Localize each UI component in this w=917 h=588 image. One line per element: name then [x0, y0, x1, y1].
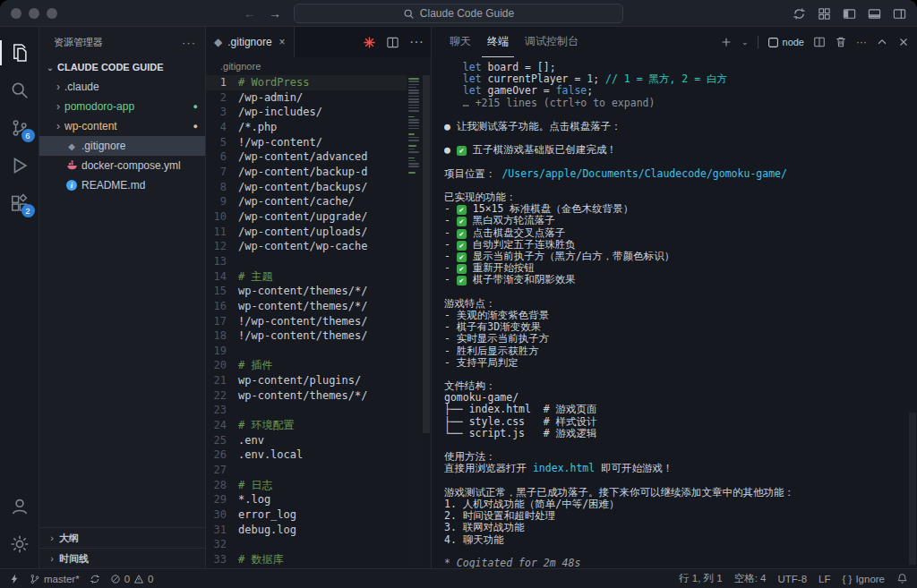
code-area[interactable]: 1# WordPress2/wp-admin/3/wp-includes/4/*…	[206, 75, 407, 568]
line-number: 26	[206, 447, 238, 463]
code-line: 27	[206, 463, 407, 478]
code-line: 30error_log	[206, 507, 407, 523]
line-number: 2	[206, 90, 238, 106]
editor-scrollbar[interactable]	[422, 75, 431, 568]
cursor-position[interactable]: 行 1, 列 1	[679, 572, 723, 585]
terminal-line: - ✔ 点击棋盘交叉点落子	[444, 227, 908, 239]
workspace-root[interactable]: ⌄ CLAUDE CODE GUIDE	[39, 57, 205, 77]
line-number: 4	[206, 120, 238, 135]
maximize-panel-icon[interactable]	[876, 36, 888, 48]
code-line: 4/*.php	[206, 120, 407, 135]
toggle-secondary-sidebar-icon[interactable]	[893, 7, 906, 21]
line-number: 19	[206, 344, 238, 359]
source-control-badge: 6	[21, 129, 35, 142]
grid-layout-icon[interactable]	[818, 7, 831, 21]
tree-item-pomodoro-app[interactable]: ›pomodoro-app●	[39, 97, 205, 116]
notifications-bell-icon[interactable]	[896, 573, 908, 584]
terminal-line: - ✔ 15×15 标准棋盘（金色木纹背景）	[444, 203, 908, 215]
line-number: 12	[206, 239, 238, 254]
terminal-line: - ✔ 棋子带渐变和阴影效果	[444, 274, 908, 285]
breadcrumb-item[interactable]: .gitignore	[220, 61, 261, 72]
terminal-dropdown-icon[interactable]: ⌄	[741, 38, 749, 47]
navigate-forward-icon[interactable]: →	[269, 6, 281, 21]
breadcrumb[interactable]: .gitignore	[206, 57, 431, 75]
editor-more-icon[interactable]: ···	[409, 34, 424, 50]
terminal-line: 使用方法：	[444, 451, 908, 463]
red-asterisk-icon[interactable]	[363, 36, 376, 49]
split-editor-icon[interactable]	[386, 36, 399, 49]
code-line: 15wp-content/themes/*/	[206, 284, 407, 299]
code-line: 6/wp-content/advanced	[206, 149, 407, 165]
language-mode[interactable]: { } Ignore	[843, 574, 886, 584]
zoom-window-button[interactable]	[47, 8, 57, 19]
close-panel-icon[interactable]	[897, 36, 910, 48]
extensions-icon[interactable]: 2	[0, 184, 39, 222]
file-tree: ›.claude›pomodoro-app●›wp-content●◆.giti…	[39, 77, 205, 195]
new-terminal-icon[interactable]	[720, 36, 733, 48]
terminal-instance[interactable]: node	[767, 37, 804, 48]
refresh-icon[interactable]	[793, 7, 806, 21]
minimap[interactable]	[407, 75, 422, 568]
terminal-line: - ✔ 自动判定五子连珠胜负	[444, 239, 908, 251]
toggle-panel-icon[interactable]	[868, 7, 881, 21]
tree-item-.claude[interactable]: ›.claude	[39, 77, 205, 97]
panel-tab-1[interactable]: 终端	[482, 27, 514, 57]
kill-terminal-trash-icon[interactable]	[835, 36, 847, 48]
source-control-icon[interactable]: 6	[0, 109, 39, 147]
git-branch-indicator[interactable]: master*	[30, 574, 80, 584]
navigate-back-icon[interactable]: ←	[244, 6, 256, 21]
line-number: 10	[206, 209, 238, 225]
command-center-search[interactable]: Claude Code Guide	[294, 4, 623, 23]
split-terminal-icon[interactable]	[813, 36, 826, 48]
terminal-line: - 胜利后显示获胜方	[444, 345, 908, 357]
code-line: 33# 数据库	[206, 552, 407, 567]
minimize-window-button[interactable]	[29, 8, 39, 19]
problems-indicator[interactable]: 0 0	[110, 574, 154, 584]
tab-gitignore[interactable]: ◆ .gitignore ×	[206, 27, 295, 57]
titlebar: ← → Claude Code Guide	[0, 0, 917, 27]
settings-gear-icon[interactable]	[0, 525, 39, 563]
extensions-badge: 2	[21, 204, 35, 217]
explorer-icon[interactable]	[0, 34, 39, 72]
indentation-setting[interactable]: 空格: 4	[734, 572, 767, 585]
tree-item-docker-compose.yml[interactable]: docker-compose.yml	[39, 156, 205, 175]
close-window-button[interactable]	[11, 8, 21, 19]
tree-item-README.md[interactable]: iREADME.md	[39, 175, 205, 195]
sync-changes-icon[interactable]	[90, 574, 100, 584]
code-line: 9/wp-content/cache/	[206, 194, 407, 209]
panel-tab-0[interactable]: 聊天	[444, 27, 476, 57]
code-line: 1# WordPress	[206, 75, 407, 90]
account-icon[interactable]	[0, 488, 39, 525]
terminal-line: - 棋子有3D渐变效果	[444, 321, 908, 333]
panel-tab-2[interactable]: 调试控制台	[519, 27, 584, 57]
line-number: 13	[206, 254, 238, 269]
run-debug-icon[interactable]	[0, 147, 39, 184]
code-line: 3/wp-includes/	[206, 105, 407, 120]
line-number: 7	[206, 165, 238, 180]
terminal-scrollbar[interactable]	[909, 413, 916, 565]
tree-item-wp-content[interactable]: ›wp-content●	[39, 116, 205, 136]
close-tab-icon[interactable]: ×	[279, 36, 286, 48]
tree-item-.gitignore[interactable]: ◆.gitignore	[39, 136, 205, 156]
tree-item-label: docker-compose.yml	[81, 159, 181, 172]
bolt-icon[interactable]	[9, 574, 20, 584]
chevron-down-icon: ⌄	[43, 63, 57, 72]
sidebar-more-icon[interactable]: ···	[182, 36, 196, 49]
terminal-output[interactable]: let board = []; let currentPlayer = 1; /…	[432, 57, 917, 568]
encoding-setting[interactable]: UTF-8	[777, 574, 807, 584]
panel-more-icon[interactable]: ···	[856, 36, 867, 48]
chevron-right-icon: ›	[45, 553, 59, 564]
workspace-name: CLAUDE CODE GUIDE	[57, 62, 164, 72]
panel-header: 聊天终端调试控制台 ⌄ node ···	[432, 27, 917, 57]
vscode-window: ← → Claude Code Guide 6	[0, 0, 917, 588]
search-sidebar-icon[interactable]	[0, 72, 39, 109]
toggle-sidebar-icon[interactable]	[843, 7, 856, 21]
terminal-line: … +215 lines (ctrl+o to expand)	[444, 98, 908, 109]
timeline-section[interactable]: › 时间线	[39, 548, 205, 568]
code-line: 31debug.log	[206, 523, 407, 538]
terminal-line: 已实现的功能：	[444, 192, 908, 203]
eol-setting[interactable]: LF	[818, 574, 830, 584]
code-line: 5!/wp-content/	[206, 135, 407, 150]
chevron-right-icon: ›	[52, 120, 64, 132]
outline-section[interactable]: › 大纲	[39, 527, 205, 548]
